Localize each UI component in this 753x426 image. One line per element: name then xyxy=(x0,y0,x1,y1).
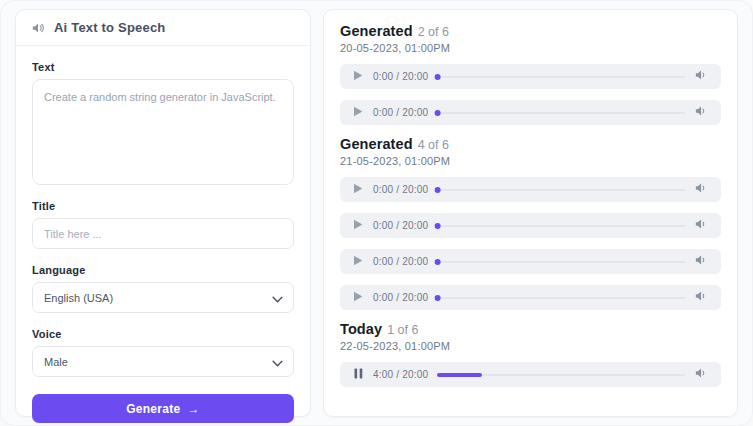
title-input[interactable] xyxy=(32,218,294,249)
play-icon xyxy=(353,290,363,305)
time-display: 0:00 / 20:00 xyxy=(373,184,428,195)
progress-fill xyxy=(437,373,482,377)
progress-thumb[interactable] xyxy=(435,110,441,116)
play-pause-button[interactable] xyxy=(352,220,364,232)
voice-select-wrap: Male xyxy=(32,346,294,377)
tts-form-card: Ai Text to Speech Text Create a random s… xyxy=(15,9,311,417)
play-icon xyxy=(353,254,363,269)
arrow-right-icon: → xyxy=(188,402,200,416)
time-display: 0:00 / 20:00 xyxy=(373,256,428,267)
progress-thumb[interactable] xyxy=(435,223,441,229)
seek-bar[interactable] xyxy=(437,297,685,299)
section-players: 0:00 / 20:00 0:00 / 20:00 xyxy=(340,64,721,125)
progress-thumb[interactable] xyxy=(435,187,441,193)
voice-select[interactable]: Male xyxy=(32,346,294,377)
text-input[interactable]: Create a random string generator in Java… xyxy=(32,79,294,185)
pause-icon xyxy=(354,367,363,382)
generate-button-label: Generate xyxy=(126,402,180,416)
play-pause-button[interactable] xyxy=(352,292,364,304)
seek-bar[interactable] xyxy=(437,261,685,263)
section-players: 0:00 / 20:00 0:00 / 20:00 xyxy=(340,177,721,310)
volume-button[interactable] xyxy=(694,182,709,197)
progress-thumb[interactable] xyxy=(435,295,441,301)
section-datetime: 21-05-2023, 01:00PM xyxy=(340,155,721,167)
volume-icon xyxy=(695,367,708,382)
play-pause-button[interactable] xyxy=(352,369,364,381)
volume-button[interactable] xyxy=(694,254,709,269)
section-count: 2 of 6 xyxy=(418,25,449,39)
play-icon xyxy=(353,105,363,120)
section-count: 1 of 6 xyxy=(387,323,418,337)
section-title: Today xyxy=(340,321,382,337)
play-pause-button[interactable] xyxy=(352,71,364,83)
volume-icon xyxy=(695,218,708,233)
audio-player: 0:00 / 20:00 xyxy=(340,100,721,125)
form-body: Text Create a random string generator in… xyxy=(16,46,310,426)
time-display: 0:00 / 20:00 xyxy=(373,220,428,231)
section-title: Generated xyxy=(340,136,413,152)
audio-player: 0:00 / 20:00 xyxy=(340,285,721,310)
time-display: 4:00 / 20:00 xyxy=(373,369,428,380)
section-count: 4 of 6 xyxy=(418,138,449,152)
section-title: Generated xyxy=(340,23,413,39)
play-pause-button[interactable] xyxy=(352,256,364,268)
audio-player: 0:00 / 20:00 xyxy=(340,64,721,89)
volume-button[interactable] xyxy=(694,367,709,382)
audio-player: 4:00 / 20:00 xyxy=(340,362,721,387)
play-icon xyxy=(353,182,363,197)
section-datetime: 20-05-2023, 01:00PM xyxy=(340,42,721,54)
time-display: 0:00 / 20:00 xyxy=(373,292,428,303)
volume-icon xyxy=(695,182,708,197)
volume-button[interactable] xyxy=(694,290,709,305)
history-section: Generated 2 of 6 20-05-2023, 01:00PM 0:0… xyxy=(340,23,721,125)
audio-player: 0:00 / 20:00 xyxy=(340,177,721,202)
history-sections: Generated 2 of 6 20-05-2023, 01:00PM 0:0… xyxy=(340,23,721,387)
section-head: Generated 2 of 6 20-05-2023, 01:00PM xyxy=(340,23,721,54)
audio-player: 0:00 / 20:00 xyxy=(340,213,721,238)
generate-button[interactable]: Generate → xyxy=(32,394,294,423)
voice-field-label: Voice xyxy=(32,328,294,340)
section-datetime: 22-05-2023, 01:00PM xyxy=(340,340,721,352)
time-display: 0:00 / 20:00 xyxy=(373,107,428,118)
history-section: Generated 4 of 6 21-05-2023, 01:00PM 0:0… xyxy=(340,136,721,310)
volume-icon xyxy=(695,254,708,269)
section-head: Today 1 of 6 22-05-2023, 01:00PM xyxy=(340,321,721,352)
section-head: Generated 4 of 6 21-05-2023, 01:00PM xyxy=(340,136,721,167)
seek-bar[interactable] xyxy=(437,374,685,376)
history-section: Today 1 of 6 22-05-2023, 01:00PM 4:00 / … xyxy=(340,321,721,387)
audio-player: 0:00 / 20:00 xyxy=(340,249,721,274)
language-select[interactable]: English (USA) xyxy=(32,282,294,313)
volume-icon xyxy=(695,69,708,84)
volume-button[interactable] xyxy=(694,218,709,233)
page-title: Ai Text to Speech xyxy=(54,20,166,35)
volume-icon xyxy=(695,290,708,305)
form-header: Ai Text to Speech xyxy=(16,10,310,46)
language-field-label: Language xyxy=(32,264,294,276)
volume-button[interactable] xyxy=(694,69,709,84)
title-field-label: Title xyxy=(32,200,294,212)
app-window: Ai Text to Speech Text Create a random s… xyxy=(0,0,753,426)
seek-bar[interactable] xyxy=(437,76,685,78)
progress-thumb[interactable] xyxy=(435,74,441,80)
time-display: 0:00 / 20:00 xyxy=(373,71,428,82)
play-pause-button[interactable] xyxy=(352,107,364,119)
play-icon xyxy=(353,218,363,233)
section-players: 4:00 / 20:00 xyxy=(340,362,721,387)
seek-bar[interactable] xyxy=(437,112,685,114)
progress-thumb[interactable] xyxy=(435,259,441,265)
volume-button[interactable] xyxy=(694,105,709,120)
volume-icon xyxy=(695,105,708,120)
play-icon xyxy=(353,69,363,84)
speaker-icon xyxy=(32,22,45,34)
play-pause-button[interactable] xyxy=(352,184,364,196)
language-select-wrap: English (USA) xyxy=(32,282,294,313)
seek-bar[interactable] xyxy=(437,225,685,227)
seek-bar[interactable] xyxy=(437,189,685,191)
history-card: Generated 2 of 6 20-05-2023, 01:00PM 0:0… xyxy=(323,9,738,417)
text-field-label: Text xyxy=(32,61,294,73)
